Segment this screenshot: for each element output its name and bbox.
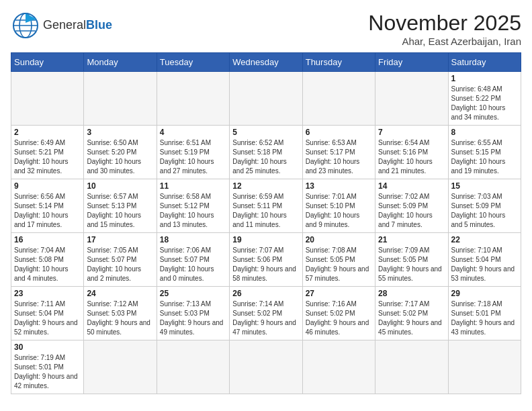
calendar-cell: 22Sunrise: 7:10 AMSunset: 5:04 PMDayligh… (448, 233, 521, 287)
day-number: 4 (160, 128, 226, 137)
calendar-table: SundayMondayTuesdayWednesdayThursdayFrid… (11, 52, 521, 394)
calendar-header-tuesday: Tuesday (157, 53, 229, 72)
calendar-week-row: 23Sunrise: 7:11 AMSunset: 5:04 PMDayligh… (11, 287, 521, 340)
calendar-cell: 9Sunrise: 6:56 AMSunset: 5:14 PMDaylight… (11, 179, 84, 233)
day-number: 18 (160, 235, 226, 244)
day-info: Sunrise: 6:58 AMSunset: 5:12 PMDaylight:… (160, 192, 226, 230)
day-info: Sunrise: 7:08 AMSunset: 5:05 PMDaylight:… (306, 246, 372, 283)
calendar-header-row: SundayMondayTuesdayWednesdayThursdayFrid… (11, 53, 521, 72)
day-number: 6 (306, 128, 372, 137)
calendar-cell (375, 72, 448, 126)
calendar-cell (84, 72, 157, 126)
day-info: Sunrise: 7:13 AMSunset: 5:03 PMDaylight:… (160, 300, 226, 337)
calendar-cell: 20Sunrise: 7:08 AMSunset: 5:05 PMDayligh… (302, 233, 375, 287)
day-info: Sunrise: 6:50 AMSunset: 5:20 PMDaylight:… (87, 138, 153, 176)
day-number: 29 (451, 289, 518, 298)
calendar-cell: 18Sunrise: 7:06 AMSunset: 5:07 PMDayligh… (157, 233, 229, 287)
day-info: Sunrise: 7:05 AMSunset: 5:07 PMDaylight:… (87, 246, 153, 283)
day-info: Sunrise: 6:55 AMSunset: 5:15 PMDaylight:… (451, 138, 518, 176)
calendar-cell: 25Sunrise: 7:13 AMSunset: 5:03 PMDayligh… (157, 287, 229, 340)
day-info: Sunrise: 7:12 AMSunset: 5:03 PMDaylight:… (87, 300, 153, 337)
calendar-header-thursday: Thursday (302, 53, 375, 72)
calendar-cell: 6Sunrise: 6:53 AMSunset: 5:17 PMDaylight… (302, 126, 375, 179)
calendar-cell (375, 340, 448, 394)
day-number: 28 (378, 289, 445, 298)
day-number: 13 (306, 181, 372, 191)
day-number: 17 (87, 235, 153, 244)
calendar-header-saturday: Saturday (448, 53, 521, 72)
logo-blue-text: Blue (86, 18, 112, 32)
day-number: 1 (451, 74, 518, 83)
day-info: Sunrise: 7:17 AMSunset: 5:02 PMDaylight:… (378, 300, 445, 337)
day-number: 5 (232, 128, 299, 137)
calendar-cell: 11Sunrise: 6:58 AMSunset: 5:12 PMDayligh… (157, 179, 229, 233)
calendar-cell (11, 72, 84, 126)
day-number: 14 (378, 181, 445, 191)
day-number: 21 (378, 235, 445, 244)
calendar-cell: 10Sunrise: 6:57 AMSunset: 5:13 PMDayligh… (84, 179, 157, 233)
calendar-cell: 23Sunrise: 7:11 AMSunset: 5:04 PMDayligh… (11, 287, 84, 340)
calendar-cell (448, 340, 521, 394)
day-info: Sunrise: 7:09 AMSunset: 5:05 PMDaylight:… (378, 246, 445, 283)
day-number: 26 (232, 289, 299, 298)
calendar-cell: 27Sunrise: 7:16 AMSunset: 5:02 PMDayligh… (302, 287, 375, 340)
day-info: Sunrise: 7:14 AMSunset: 5:02 PMDaylight:… (232, 300, 299, 337)
day-info: Sunrise: 7:07 AMSunset: 5:06 PMDaylight:… (232, 246, 299, 283)
calendar-cell: 8Sunrise: 6:55 AMSunset: 5:15 PMDaylight… (448, 126, 521, 179)
month-title: November 2025 (368, 11, 521, 36)
day-info: Sunrise: 6:51 AMSunset: 5:19 PMDaylight:… (160, 138, 226, 176)
calendar-cell: 13Sunrise: 7:01 AMSunset: 5:10 PMDayligh… (302, 179, 375, 233)
calendar-cell: 7Sunrise: 6:54 AMSunset: 5:16 PMDaylight… (375, 126, 448, 179)
calendar-cell: 5Sunrise: 6:52 AMSunset: 5:18 PMDaylight… (230, 126, 302, 179)
calendar-week-row: 1Sunrise: 6:48 AMSunset: 5:22 PMDaylight… (11, 72, 521, 126)
day-number: 16 (14, 235, 81, 244)
calendar-header-sunday: Sunday (11, 53, 84, 72)
calendar-cell: 4Sunrise: 6:51 AMSunset: 5:19 PMDaylight… (157, 126, 229, 179)
calendar-header-wednesday: Wednesday (230, 53, 302, 72)
day-number: 22 (451, 235, 518, 244)
day-number: 7 (378, 128, 445, 137)
calendar-cell (157, 340, 229, 394)
calendar-cell: 19Sunrise: 7:07 AMSunset: 5:06 PMDayligh… (230, 233, 302, 287)
calendar-cell: 1Sunrise: 6:48 AMSunset: 5:22 PMDaylight… (448, 72, 521, 126)
calendar-week-row: 30Sunrise: 7:19 AMSunset: 5:01 PMDayligh… (11, 340, 521, 394)
day-number: 23 (14, 289, 81, 298)
day-number: 12 (232, 181, 299, 191)
calendar-cell: 30Sunrise: 7:19 AMSunset: 5:01 PMDayligh… (11, 340, 84, 394)
day-info: Sunrise: 7:02 AMSunset: 5:09 PMDaylight:… (378, 192, 445, 230)
logo: GeneralBlue (11, 11, 112, 40)
calendar-cell: 16Sunrise: 7:04 AMSunset: 5:08 PMDayligh… (11, 233, 84, 287)
logo-icon (11, 11, 40, 40)
day-info: Sunrise: 6:52 AMSunset: 5:18 PMDaylight:… (232, 138, 299, 176)
calendar-cell (157, 72, 229, 126)
day-number: 20 (306, 235, 372, 244)
calendar-cell: 17Sunrise: 7:05 AMSunset: 5:07 PMDayligh… (84, 233, 157, 287)
day-info: Sunrise: 6:48 AMSunset: 5:22 PMDaylight:… (451, 85, 518, 122)
day-info: Sunrise: 7:10 AMSunset: 5:04 PMDaylight:… (451, 246, 518, 283)
day-info: Sunrise: 7:01 AMSunset: 5:10 PMDaylight:… (306, 192, 372, 230)
page-header: GeneralBlue November 2025 Ahar, East Aze… (11, 11, 521, 47)
day-info: Sunrise: 7:11 AMSunset: 5:04 PMDaylight:… (14, 300, 81, 337)
day-info: Sunrise: 7:04 AMSunset: 5:08 PMDaylight:… (14, 246, 81, 283)
calendar-cell (230, 340, 302, 394)
calendar-week-row: 9Sunrise: 6:56 AMSunset: 5:14 PMDaylight… (11, 179, 521, 233)
day-info: Sunrise: 6:49 AMSunset: 5:21 PMDaylight:… (14, 138, 81, 176)
day-number: 25 (160, 289, 226, 298)
day-info: Sunrise: 7:06 AMSunset: 5:07 PMDaylight:… (160, 246, 226, 283)
day-number: 8 (451, 128, 518, 137)
calendar-cell (302, 72, 375, 126)
calendar-cell: 21Sunrise: 7:09 AMSunset: 5:05 PMDayligh… (375, 233, 448, 287)
location-subtitle: Ahar, East Azerbaijan, Iran (368, 36, 521, 47)
calendar-cell (84, 340, 157, 394)
day-number: 27 (306, 289, 372, 298)
calendar-cell: 26Sunrise: 7:14 AMSunset: 5:02 PMDayligh… (230, 287, 302, 340)
day-info: Sunrise: 6:57 AMSunset: 5:13 PMDaylight:… (87, 192, 153, 230)
day-number: 19 (232, 235, 299, 244)
calendar-header-monday: Monday (84, 53, 157, 72)
day-info: Sunrise: 6:53 AMSunset: 5:17 PMDaylight:… (306, 138, 372, 176)
day-info: Sunrise: 7:19 AMSunset: 5:01 PMDaylight:… (14, 353, 81, 391)
title-block: November 2025 Ahar, East Azerbaijan, Ira… (368, 11, 521, 47)
day-number: 3 (87, 128, 153, 137)
calendar-cell: 14Sunrise: 7:02 AMSunset: 5:09 PMDayligh… (375, 179, 448, 233)
day-number: 30 (14, 342, 81, 352)
